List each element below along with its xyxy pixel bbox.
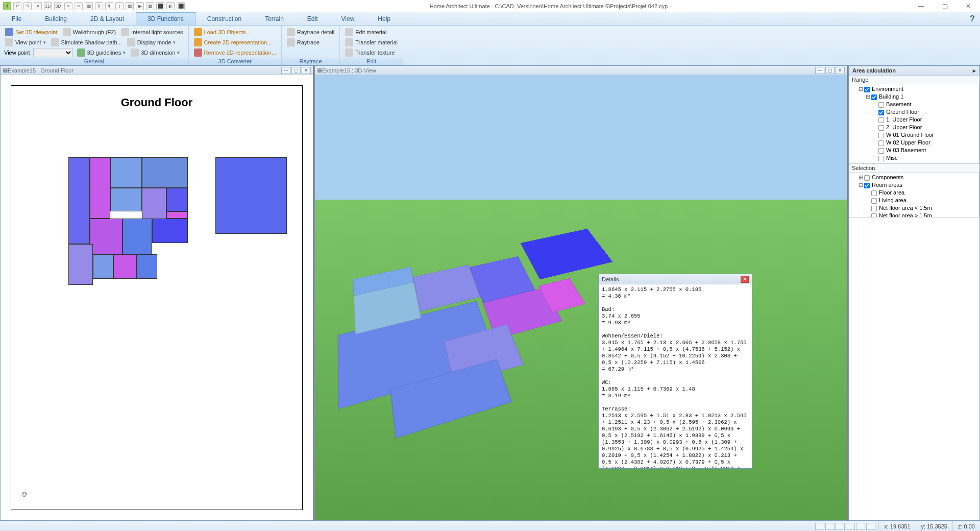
- 3d-room[interactable]: [521, 229, 612, 279]
- qat-tool6-icon[interactable]: ▦: [146, 2, 154, 10]
- plan-room[interactable]: [122, 219, 152, 254]
- minimize-button[interactable]: —: [910, 0, 933, 12]
- tree-checkbox[interactable]: [878, 102, 884, 108]
- plan-room[interactable]: [166, 211, 188, 219]
- area-calc-collapse-icon[interactable]: ▸: [973, 67, 976, 74]
- tree-node[interactable]: Misc: [873, 154, 977, 162]
- menu-help[interactable]: Help: [366, 12, 402, 25]
- tree-checkbox[interactable]: [871, 190, 877, 196]
- pane-2d-close-button[interactable]: ✕: [302, 67, 311, 74]
- tree-node[interactable]: W 03 Basement: [873, 147, 977, 154]
- tree-checkbox[interactable]: [878, 125, 884, 131]
- tree-node[interactable]: Basement: [873, 101, 977, 108]
- statusbar-view-buttons[interactable]: [812, 523, 878, 530]
- ribbon-item[interactable]: Raytrace detail: [286, 28, 335, 37]
- plan-room[interactable]: [152, 219, 188, 243]
- ribbon-item[interactable]: Simulate Shadow path...: [50, 38, 123, 47]
- tree-checkbox[interactable]: [878, 133, 884, 138]
- tree-checkbox[interactable]: [871, 198, 877, 204]
- status-btn-6[interactable]: [866, 523, 875, 530]
- qat-undo-icon[interactable]: ↶: [13, 2, 21, 10]
- menu-construction[interactable]: Construction: [195, 12, 253, 25]
- pane-2d-min-button[interactable]: —: [281, 67, 290, 74]
- plan-room[interactable]: [93, 254, 113, 279]
- tree-node[interactable]: Living area: [866, 197, 977, 204]
- ribbon-item[interactable]: Load 3D Objects...: [193, 28, 252, 37]
- menu-file[interactable]: File: [0, 12, 33, 25]
- qat-tool5-icon[interactable]: ▶: [136, 2, 144, 10]
- status-btn-2[interactable]: [825, 523, 835, 530]
- plan-room[interactable]: [142, 157, 188, 188]
- qat-dropdown-icon[interactable]: ▾: [34, 2, 42, 10]
- qat-grid-icon[interactable]: ▦: [85, 2, 93, 10]
- status-btn-5[interactable]: [856, 523, 865, 530]
- status-btn-4[interactable]: [846, 523, 855, 530]
- help-icon[interactable]: ?: [965, 12, 980, 25]
- tree-node[interactable]: ⊟Environment⊟Building 1BasementGround Fl…: [859, 85, 977, 164]
- tree-node[interactable]: Net floor area < 1.5m: [866, 204, 977, 212]
- ribbon-item[interactable]: 3D guidelines: [76, 48, 127, 57]
- menu-building[interactable]: Building: [33, 12, 79, 25]
- status-btn-3[interactable]: [836, 523, 845, 530]
- ribbon-item[interactable]: Create 2D representation...: [193, 38, 273, 47]
- qat-tool2-icon[interactable]: ⬍: [105, 2, 113, 10]
- menu-2d-layout[interactable]: 2D & Layout: [79, 12, 136, 25]
- tree-expand-icon[interactable]: ⊟: [866, 93, 871, 101]
- ribbon-item[interactable]: Display mode: [126, 38, 177, 47]
- tree-checkbox[interactable]: [864, 183, 870, 188]
- tree-checkbox[interactable]: [878, 148, 884, 154]
- ribbon-item[interactable]: Transfer material: [344, 38, 399, 47]
- tree-checkbox[interactable]: [878, 117, 884, 123]
- ribbon-item[interactable]: 3D dimension: [130, 48, 181, 57]
- pane-3d-min-button[interactable]: —: [815, 67, 824, 74]
- details-header[interactable]: Details ✕: [599, 274, 752, 284]
- plan-room[interactable]: [166, 188, 188, 211]
- plan-room[interactable]: [90, 157, 110, 219]
- tree-node[interactable]: Net floor area > 1.5m: [866, 212, 977, 218]
- 3d-viewport[interactable]: [315, 75, 847, 520]
- details-window[interactable]: Details ✕ 1.8645 x 2.115 + 2.2755 x 0.18…: [598, 274, 752, 469]
- tree-expand-icon[interactable]: ⊞: [859, 174, 864, 181]
- tree-node[interactable]: 2. Upper Floor: [873, 124, 977, 131]
- menu-view[interactable]: View: [330, 12, 366, 25]
- plan-room[interactable]: [110, 188, 142, 211]
- qat-2d-icon[interactable]: 2D: [44, 2, 52, 10]
- qat-3d-icon[interactable]: 3D: [54, 2, 62, 10]
- plan-room[interactable]: [137, 254, 157, 279]
- pane-2d-body[interactable]: Ground Floor ⌾: [1, 75, 313, 520]
- plan-room[interactable]: [215, 157, 287, 234]
- menu-3d-functions[interactable]: 3D Functions: [136, 12, 195, 25]
- ribbon-item[interactable]: Walkthrough (F2): [62, 28, 117, 37]
- tree-checkbox[interactable]: [871, 213, 877, 218]
- plan-room[interactable]: [68, 157, 90, 244]
- plan-room[interactable]: [110, 157, 142, 188]
- plan-room[interactable]: [90, 219, 122, 254]
- maximize-button[interactable]: ▢: [933, 0, 957, 12]
- tree-node[interactable]: ⊟Building 1BasementGround Floor1. Upper …: [866, 93, 977, 162]
- qat-tool3-icon[interactable]: ↕: [115, 2, 124, 10]
- status-btn-1[interactable]: [815, 523, 824, 530]
- plan-room[interactable]: [113, 254, 137, 279]
- tree-checkbox[interactable]: [871, 206, 877, 211]
- ribbon-item[interactable]: Transfer texture: [344, 48, 396, 57]
- menu-edit[interactable]: Edit: [296, 12, 330, 25]
- plan-room[interactable]: [68, 244, 93, 285]
- tree-checkbox[interactable]: [871, 94, 877, 100]
- ribbon-item[interactable]: Internal light sources: [120, 28, 184, 37]
- tree-checkbox[interactable]: [864, 175, 870, 181]
- qat-tool9-icon[interactable]: ⬛: [177, 2, 185, 10]
- area-calc-header[interactable]: Area calculation ▸: [849, 66, 979, 76]
- qat-tool1-icon[interactable]: ⇕: [95, 2, 103, 10]
- pane-3d-close-button[interactable]: ✕: [836, 67, 845, 74]
- ribbon-item[interactable]: Remove 2D-representation...: [193, 48, 277, 57]
- tree-node[interactable]: 1. Upper Floor: [873, 116, 977, 124]
- pane-2d-titlebar[interactable]: ▦ Example15 : Ground Floor — ▢ ✕: [1, 66, 313, 75]
- ribbon-item[interactable]: Set 3D viewpoint: [4, 28, 59, 37]
- details-close-button[interactable]: ✕: [741, 276, 749, 283]
- menu-terrain[interactable]: Terrain: [253, 12, 296, 25]
- qat-tool4-icon[interactable]: ▦: [126, 2, 134, 10]
- tree-expand-icon[interactable]: ⊟: [859, 85, 864, 93]
- tree-node[interactable]: W 02 Upper Floor: [873, 139, 977, 147]
- tree-expand-icon[interactable]: ⊟: [859, 181, 864, 189]
- pane-3d-body[interactable]: [315, 75, 847, 520]
